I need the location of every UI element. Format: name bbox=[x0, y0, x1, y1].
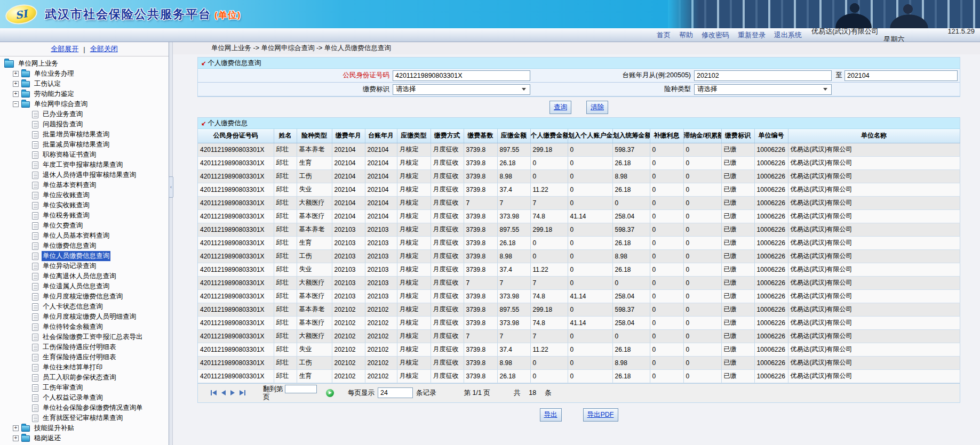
next-page-button[interactable] bbox=[230, 390, 235, 395]
tree-item-label[interactable]: 单位离退休人员信息查询 bbox=[42, 271, 117, 281]
tree-item[interactable]: 单位实收账查询 bbox=[0, 200, 169, 211]
tree-item[interactable]: 个人权益记录单查询 bbox=[0, 393, 169, 403]
tree-item-label[interactable]: 批量减员审核结果查询 bbox=[42, 140, 110, 150]
tree-item[interactable]: 单位月度核定缴费信息查询 bbox=[0, 292, 169, 302]
collapse-sidebar-handle[interactable]: ‹ bbox=[169, 176, 173, 198]
tree-item-label[interactable]: 单位税务账查询 bbox=[42, 211, 91, 221]
tree-item-label[interactable]: 单位月度核定缴费信息查询 bbox=[42, 292, 124, 302]
tree-item-label[interactable]: 技能提升补贴 bbox=[33, 423, 75, 433]
pay-flag-select[interactable]: 请选择 bbox=[393, 84, 530, 95]
tree-item[interactable]: 批量增员审核结果查询 bbox=[0, 130, 169, 140]
tree-item-label[interactable]: 单位网申综合查询 bbox=[33, 99, 89, 109]
clear-button[interactable]: 清除 bbox=[586, 101, 608, 114]
tree-item[interactable]: 员工入职前参保状态查询 bbox=[0, 373, 169, 383]
tree-item-label[interactable]: 生育保险待遇应付明细表 bbox=[42, 352, 117, 362]
tree-item[interactable]: 问题报告查询 bbox=[0, 119, 169, 130]
tree-item[interactable]: +稳岗返还 bbox=[0, 433, 169, 443]
tree-item[interactable]: 单位应收账查询 bbox=[0, 190, 169, 200]
topnav-link[interactable]: 重新登录 bbox=[738, 30, 766, 40]
tree-item[interactable]: 退休人员待遇申报审核结果查询 bbox=[0, 170, 169, 180]
tree-item-label[interactable]: 单位应收账查询 bbox=[42, 190, 91, 200]
tree-item[interactable]: −单位网申综合查询 bbox=[0, 99, 169, 109]
tree-item-label[interactable]: 员工入职前参保状态查询 bbox=[42, 373, 117, 383]
tree-item-label[interactable]: 个人卡状态信息查询 bbox=[42, 302, 104, 312]
tree-item-label[interactable]: 问题报告查询 bbox=[42, 119, 84, 130]
tree-item[interactable]: 单位欠费查询 bbox=[0, 221, 169, 231]
topnav-link[interactable]: 首页 bbox=[657, 30, 671, 40]
tree-item[interactable]: 批量减员审核结果查询 bbox=[0, 140, 169, 150]
tree-item-label[interactable]: 单位网上业务 bbox=[17, 59, 59, 69]
tree-item-label[interactable]: 单位实收账查询 bbox=[42, 200, 91, 211]
tree-item[interactable]: 单位月度核定缴费人员明细查询 bbox=[0, 312, 169, 322]
prev-page-button[interactable] bbox=[221, 390, 226, 395]
tree-item-label[interactable]: 年度工资申报审核结果查询 bbox=[42, 160, 124, 170]
expand-icon[interactable]: + bbox=[13, 425, 19, 431]
tree-item[interactable]: 生育就医登记审核结果查询 bbox=[0, 413, 169, 423]
search-button[interactable]: 查询 bbox=[549, 101, 571, 114]
tree-item-label[interactable]: 社会保险缴费工资申报汇总表导出 bbox=[42, 332, 144, 342]
tree-item-label[interactable]: 单位遗属人员信息查询 bbox=[42, 281, 110, 292]
topnav-link[interactable]: 退出系统 bbox=[774, 30, 802, 40]
tree-item-label[interactable]: 单位月度核定缴费人员明细查询 bbox=[42, 312, 137, 322]
tree-item[interactable]: +单位业务办理 bbox=[0, 69, 169, 79]
expand-icon[interactable]: + bbox=[13, 91, 19, 97]
tree-item-label[interactable]: 职称资格证书查询 bbox=[42, 150, 97, 160]
tree-item[interactable]: 单位往来结算单打印 bbox=[0, 362, 169, 373]
tree-item[interactable]: 工伤年审查询 bbox=[0, 383, 169, 393]
tree-item-label[interactable]: 单位往来结算单打印 bbox=[42, 362, 104, 373]
tree-item[interactable]: 工伤保险待遇应付明细表 bbox=[0, 342, 169, 352]
expand-icon[interactable]: + bbox=[13, 71, 19, 77]
first-page-button[interactable] bbox=[211, 390, 217, 395]
ledger-to-input[interactable] bbox=[844, 70, 958, 81]
tree-item-label[interactable]: 单位待转金余额查询 bbox=[42, 322, 104, 332]
tree-item-label[interactable]: 单位缴费信息查询 bbox=[42, 241, 97, 251]
tree-item[interactable]: 职称资格证书查询 bbox=[0, 150, 169, 160]
id-number-input[interactable] bbox=[393, 70, 530, 81]
tree-item-label[interactable]: 工伤认定 bbox=[33, 79, 62, 89]
topnav-link[interactable]: 修改密码 bbox=[702, 30, 729, 40]
tree-item[interactable]: 生育保险待遇应付明细表 bbox=[0, 352, 169, 362]
last-page-button[interactable] bbox=[240, 390, 245, 395]
tree-item[interactable]: 单位人员基本资料查询 bbox=[0, 231, 169, 241]
tree-item[interactable]: 已办业务查询 bbox=[0, 109, 169, 119]
tree-item-label[interactable]: 工伤保险待遇应付明细表 bbox=[42, 342, 117, 352]
tree-item[interactable]: 个人卡状态信息查询 bbox=[0, 302, 169, 312]
expand-icon[interactable]: + bbox=[13, 435, 19, 441]
tree-item-label[interactable]: 稳岗返还 bbox=[33, 433, 62, 443]
tree-item-label[interactable]: 劳动能力鉴定 bbox=[33, 89, 75, 99]
tree-item[interactable]: +工伤认定 bbox=[0, 79, 169, 89]
tree-item[interactable]: 单位基本资料查询 bbox=[0, 180, 169, 190]
per-page-input[interactable] bbox=[378, 387, 413, 398]
tree-item[interactable]: +劳动能力鉴定 bbox=[0, 89, 169, 99]
tree-item[interactable]: 单位待转金余额查询 bbox=[0, 322, 169, 332]
goto-page-input[interactable] bbox=[285, 385, 317, 393]
tree-item[interactable]: 社会保险缴费工资申报汇总表导出 bbox=[0, 332, 169, 342]
tree-item[interactable]: 单位税务账查询 bbox=[0, 211, 169, 221]
tree-item-label[interactable]: 单位业务办理 bbox=[33, 69, 75, 79]
tree-item-label[interactable]: 工伤年审查询 bbox=[42, 383, 84, 393]
tree-item[interactable]: 单位异动记录查询 bbox=[0, 261, 169, 271]
tree-item-label[interactable]: 已办业务查询 bbox=[42, 109, 84, 119]
expand-all-link[interactable]: 全部展开 bbox=[51, 44, 78, 54]
tree-item-label[interactable]: 单位人员基本资料查询 bbox=[42, 231, 110, 241]
tree-item[interactable]: +技能提升补贴 bbox=[0, 423, 169, 433]
tree-item-label[interactable]: 单位异动记录查询 bbox=[42, 261, 97, 271]
tree-item-label[interactable]: 个人权益记录单查询 bbox=[42, 393, 104, 403]
topnav-link[interactable]: 帮助 bbox=[679, 30, 693, 40]
insurance-type-select[interactable]: 请选择 bbox=[694, 84, 832, 95]
expand-icon[interactable]: + bbox=[13, 81, 19, 87]
tree-item[interactable]: 单位网上业务 bbox=[0, 59, 169, 69]
tree-item[interactable]: 单位社会保险参保缴费情况查询单 bbox=[0, 403, 169, 413]
tree-item[interactable]: 单位人员缴费信息查询 bbox=[0, 251, 169, 261]
tree-item-label[interactable]: 批量增员审核结果查询 bbox=[42, 130, 110, 140]
tree-item[interactable]: 年度工资申报审核结果查询 bbox=[0, 160, 169, 170]
collapse-icon[interactable]: − bbox=[13, 101, 19, 107]
collapse-all-link[interactable]: 全部关闭 bbox=[90, 44, 118, 54]
export-pdf-button[interactable]: 导出PDF bbox=[583, 408, 618, 422]
tree-item-label[interactable]: 单位社会保险参保缴费情况查询单 bbox=[42, 403, 144, 413]
export-button[interactable]: 导出 bbox=[540, 408, 562, 422]
tree-item-label[interactable]: 生育就医登记审核结果查询 bbox=[42, 413, 124, 423]
ledger-from-input[interactable] bbox=[694, 70, 832, 81]
tree-item-label[interactable]: 单位基本资料查询 bbox=[42, 180, 97, 190]
tree-item-label[interactable]: 退休人员待遇申报审核结果查询 bbox=[42, 170, 137, 180]
